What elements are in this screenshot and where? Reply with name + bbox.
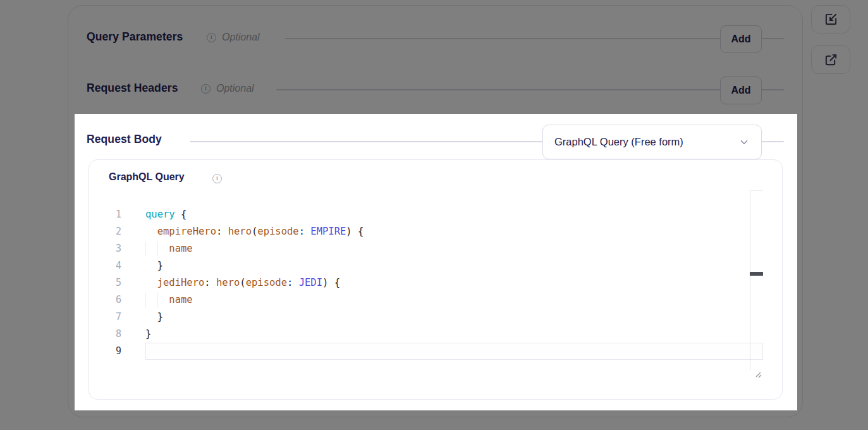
code-token-punc: : [287,277,299,288]
code-token-enum: JEDI [299,277,322,288]
code-token-punc: ( [240,277,245,288]
line-number: 2 [100,223,121,240]
api-request-form-page: Query Parameters i Optional Add Request … [0,0,868,430]
code-token-prop: hero [216,277,240,288]
indent-guide [157,242,158,256]
code-token-prop: hero [228,226,252,237]
code-token-prop: name [169,294,192,305]
line-number: 5 [100,274,121,292]
code-token-punc: ) { [322,277,340,288]
chevron-down-icon [738,137,750,148]
dim-overlay-right [797,114,868,410]
indent-guide [145,242,146,256]
code-token-prop: episode [257,226,298,237]
code-line[interactable]: } [145,309,763,326]
code-token-punc: ( [252,226,257,237]
dim-overlay-bottom [0,410,868,430]
body-type-select[interactable]: GraphQL Query (Free form) [542,125,762,159]
line-number: 9 [100,343,121,360]
code-token-punc: : [204,277,216,288]
code-line[interactable]: jediHero: hero(episode: JEDI) { [145,274,763,292]
info-icon[interactable]: i [212,174,222,183]
code-line[interactable]: name [145,240,763,257]
dim-overlay-left [0,114,75,410]
editor-scrollbar-thumb[interactable] [750,272,763,276]
code-token-punc [145,277,157,288]
resize-grip-icon[interactable] [754,370,763,379]
request-body-title: Request Body [87,133,162,146]
line-number: 3 [100,240,121,257]
code-token-prop: episode [246,277,287,288]
editor-scroll-track [750,190,750,371]
code-token-punc: } [145,260,163,271]
indent-guide [145,293,146,307]
code-line-active[interactable] [145,343,763,360]
code-token-prop: empireHero [157,226,216,237]
code-line[interactable]: empireHero: hero(episode: EMPIRE) { [145,223,763,240]
line-number: 4 [100,257,121,274]
line-number: 8 [100,326,121,343]
code-token-punc: : [299,226,311,237]
code-token-prop: jediHero [157,277,205,288]
graphql-query-label: GraphQL Query [109,171,185,183]
line-number: 7 [100,309,121,326]
code-token-prop: name [169,243,192,254]
code-token-enum: EMPIRE [310,226,346,237]
code-token-kw: query [145,209,175,220]
code-token-punc: { [175,209,187,220]
line-number: 6 [100,292,121,309]
code-line[interactable]: } [145,257,763,274]
code-token-punc: ) { [346,226,364,237]
code-token-punc [145,226,157,237]
line-number-gutter: 123456789 [100,206,121,360]
code-editor[interactable]: query { empireHero: hero(episode: EMPIRE… [145,206,763,360]
body-type-selected-value: GraphQL Query (Free form) [554,136,738,148]
dim-overlay-top [0,0,868,114]
code-token-punc: } [145,328,151,340]
editor-scroll-track-top [750,190,763,191]
code-line[interactable]: } [145,326,763,343]
code-line[interactable]: query { [145,206,763,223]
code-token-punc: : [216,226,228,237]
code-token-punc: } [145,311,163,322]
indent-guide [157,293,158,307]
line-number: 1 [100,206,121,223]
code-line[interactable]: name [145,292,763,309]
